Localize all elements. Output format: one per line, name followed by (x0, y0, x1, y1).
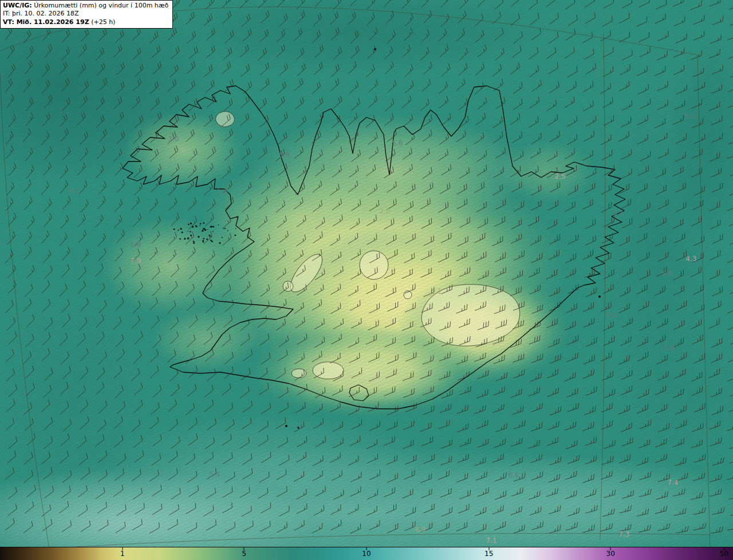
init-time: IT: þri. 10. 02. 2026 18Z (3, 10, 168, 18)
product-id: UWC/IG: (3, 2, 32, 9)
islet-dot (218, 224, 219, 226)
islet-dot (203, 238, 205, 240)
colorbar-ticks: 1510153050 (0, 547, 733, 560)
islet-dot (187, 231, 188, 232)
islet-dot (182, 231, 183, 233)
islet-dot (203, 228, 205, 230)
islet-dot (211, 240, 213, 242)
islet-dot (227, 230, 228, 231)
islet-dot (184, 238, 186, 239)
islet-dot (188, 223, 190, 225)
islet-dot (199, 225, 200, 226)
title-line-valid: VT: Mið. 11.02.2026 19Z (+25 h) (3, 18, 168, 26)
islet-dot (202, 230, 203, 232)
islet-dot (193, 242, 195, 244)
valid-offset: (+25 h) (89, 18, 116, 26)
islet-dot (222, 237, 223, 238)
colorbar: 1510153050 (0, 547, 733, 560)
island-dot (298, 427, 299, 428)
colorbar-tick-label: 10 (362, 550, 371, 558)
islet-dot (198, 236, 199, 238)
colorbar-tick-label: 50 (720, 550, 728, 558)
title-line-product: UWC/IG: Úrkomumætti (mm) og vindur í 100… (3, 2, 168, 10)
islet-dot (202, 240, 204, 242)
islet-dot (200, 223, 202, 224)
islet-dot (195, 226, 197, 227)
colorbar-tick-label: 30 (606, 550, 615, 558)
island-papey (599, 296, 601, 298)
colorbar-tick-label: 15 (484, 550, 493, 558)
islet-dot (224, 228, 226, 229)
islet-dot (206, 238, 208, 240)
islet-dot (190, 231, 191, 232)
islet-dot (212, 231, 214, 232)
islet-dot (223, 228, 224, 229)
islet-dot (234, 235, 236, 236)
map-canvas: 3.05.65.86.15.82.52.05.15.05.87.94.35.61… (0, 0, 733, 547)
islet-dot (212, 226, 214, 227)
islet-dot (235, 228, 237, 230)
islet-dot (190, 223, 192, 224)
glacier-hofsjokull (360, 251, 388, 279)
islet-dot (187, 238, 190, 240)
weather-map-app: 3.05.65.86.15.82.52.05.15.05.87.94.35.61… (0, 0, 733, 560)
islet-dot (180, 228, 182, 230)
colorbar-tick-label: 1 (120, 550, 125, 558)
title-box: UWC/IG: Úrkomumætti (mm) og vindur í 100… (0, 0, 173, 29)
island-dot (286, 425, 287, 427)
valid-time: VT: Mið. 11.02.2026 19Z (3, 18, 89, 26)
islet-dot (219, 242, 220, 244)
islet-dot (178, 230, 179, 231)
islet-dot (193, 240, 195, 242)
islet-dot (207, 229, 208, 230)
colorbar-tick-label: 5 (242, 550, 246, 558)
islet-dot (174, 228, 175, 230)
islet-dot (179, 238, 181, 240)
map-graphics (0, 0, 733, 547)
glacier-drangajokull (215, 111, 234, 127)
islet-dot (203, 222, 204, 224)
islet-dot (210, 226, 212, 228)
product-title: Úrkomumætti (mm) og vindur í 100m hæð (32, 2, 169, 9)
